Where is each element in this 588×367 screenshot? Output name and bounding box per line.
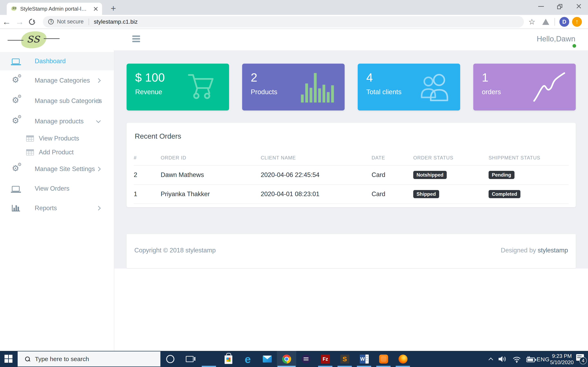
card-label: orders [482,88,501,96]
store-icon [225,355,232,364]
close-button[interactable] [569,0,588,12]
bookmark-star-icon[interactable]: ☆ [528,17,535,26]
sidebar-item-label: Manage Categories [35,77,90,84]
taskbar-apps: eFzS [160,351,413,367]
order-row-id: Priyanka Thakker [161,185,261,204]
clients-icon [413,68,454,106]
designer-link[interactable]: stylestamp [538,247,568,254]
window-controls [532,0,588,12]
sidebar-item-dashboard[interactable]: Dashboard [0,52,114,70]
taskbar-clock[interactable]: 9:23 PM 5/10/2020 [549,353,575,366]
firefox-icon [398,355,407,364]
panel-title: Recent Orders [135,132,181,140]
info-icon[interactable] [48,19,54,25]
search-placeholder: Type here to search [35,356,89,363]
speaker-icon[interactable] [499,356,507,362]
chevron-right-icon [96,206,101,211]
taskbar-task-view-button[interactable] [180,351,199,367]
sidebar-item-manage-products[interactable]: Manage products [0,111,114,132]
taskbar-sublime-button[interactable]: S [335,351,355,367]
sidebar-item-manage-site-settings[interactable]: Manage Site Settings [0,159,114,179]
taskbar-firefox-button[interactable] [393,351,413,367]
stat-cards-row: $ 100Revenue2Products4Total clients1orde… [127,64,576,110]
chrome-icon [282,355,291,364]
sidebar-item-manage-sub-categories[interactable]: Manage sub Categories [0,91,114,111]
start-button-icon[interactable] [4,355,13,363]
taskbar-mail-button[interactable] [258,351,277,367]
browser-tab[interactable]: ss StyleStamp Admin portal-login [7,3,102,15]
sidebar-item-view-orders[interactable]: View Orders [0,179,114,198]
reload-icon[interactable] [28,17,36,26]
order-row-num: 2 [134,166,161,185]
order-row-id: Dawn Mathews [161,166,261,185]
copyright-text: Copyright © 2018 stylestamp [134,247,216,254]
tab-title: StyleStamp Admin portal-login [20,6,87,12]
chevron-right-icon [96,167,101,171]
clock-time: 9:23 PM [549,353,575,359]
gears-icon [12,96,21,106]
word-icon [360,355,369,364]
taskbar-word-button[interactable] [355,351,374,367]
taskbar-search-box[interactable]: Type here to search [17,351,160,367]
notification-center-icon[interactable]: 4 [576,354,587,364]
order-row-num: 1 [134,185,161,204]
sidebar-item-label: Manage sub Categories [35,97,102,105]
app-header: ss Hello,Dawn [0,29,588,50]
taskbar-cortana-button[interactable] [160,351,180,367]
back-icon[interactable]: ← [0,17,13,27]
address-bar[interactable]: Not secure stylestamp.c1.biz [43,16,524,27]
online-status-dot [572,44,576,48]
sidebar: DashboardManage CategoriesManage sub Cat… [0,50,114,351]
taskbar-store-button[interactable] [219,351,238,367]
order-row-status: Shipped [413,185,489,204]
tray-chevron-up-icon[interactable] [489,358,493,362]
table-icon [26,135,34,142]
notification-badge: 4 [579,357,587,364]
sidebar-item-reports[interactable]: Reports [0,198,114,218]
laptop-icon [12,186,20,192]
language-indicator[interactable]: ENG [536,356,550,363]
taskbar-edge-button[interactable]: e [238,351,258,367]
taskbar-filezilla-button[interactable]: Fz [316,351,335,367]
user-greeting[interactable]: Hello,Dawn [537,35,575,43]
orders-column-header: ORDER ID [161,151,261,166]
wifi-icon[interactable] [512,356,521,363]
running-indicator [202,366,216,367]
minimize-button[interactable] [532,0,550,12]
order-row-shipment: Completed [489,185,569,204]
drive-extension-icon[interactable] [542,19,549,25]
order-status-badge: Shipped [413,190,439,198]
screen: ss StyleStamp Admin portal-login + ← → N… [0,0,588,367]
filezilla-icon: Fz [321,355,330,364]
new-tab-button[interactable]: + [108,4,118,14]
taskbar-eclipse-button[interactable] [296,351,316,367]
profile-avatar[interactable]: D [559,17,569,27]
table-icon [26,149,34,155]
sidebar-item-view-products[interactable]: View Products [0,132,114,145]
taskbar-file-explorer-button[interactable] [199,351,219,367]
gears-icon [12,117,21,126]
edge-icon: e [245,355,251,364]
chrome-update-icon[interactable]: ↑ [572,17,582,27]
web-page: ss Hello,Dawn DashboardManage Categories… [0,29,588,351]
forward-icon[interactable]: → [13,17,26,27]
card-value: 2 [251,71,257,84]
taskbar-xampp-button[interactable] [374,351,393,367]
orders-column-header: CLIENT NAME [261,151,372,166]
taskbar-chrome-button[interactable] [277,351,296,367]
site-favicon-icon: ss [10,6,17,12]
sidebar-item-add-product[interactable]: Add Product [0,145,114,159]
order-row-client: 2020-04-06 22:45:54 [261,166,372,185]
hamburger-menu-icon[interactable] [132,35,141,44]
main-content: $ 100Revenue2Products4Total clients1orde… [114,50,588,351]
gears-icon [12,164,21,174]
sidebar-item-manage-categories[interactable]: Manage Categories [0,70,114,91]
battery-icon[interactable] [526,356,536,363]
designed-by-text: Designed by stylestamp [501,247,568,254]
url-divider [89,18,89,25]
card-label: Products [251,88,277,96]
tab-close-icon[interactable] [93,6,99,12]
eclipse-icon [302,355,311,364]
sidebar-item-label: Manage Site Settings [35,165,95,173]
restore-button[interactable] [550,0,569,12]
